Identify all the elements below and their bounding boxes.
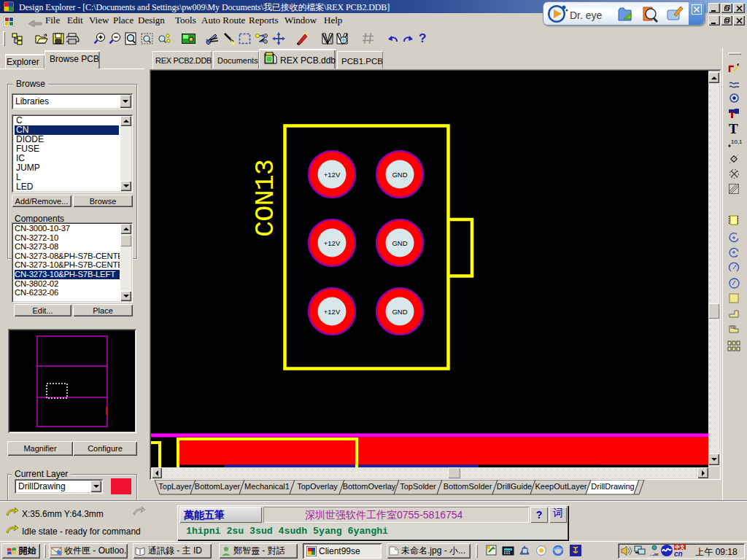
- svg-text:cn: cn: [674, 550, 683, 557]
- svg-text:GND: GND: [392, 239, 407, 247]
- svg-text:CON13: CON13: [250, 160, 281, 237]
- svg-text:DrillDrawing: DrillDrawing: [591, 482, 634, 491]
- svg-text:TopOverlay: TopOverlay: [297, 482, 338, 491]
- svg-text:Mechanical1: Mechanical1: [244, 482, 290, 491]
- svg-text:GND: GND: [392, 308, 407, 316]
- svg-text:GND: GND: [392, 171, 407, 179]
- svg-text:中文: 中文: [675, 544, 685, 550]
- svg-text:10,10: 10,10: [731, 139, 742, 145]
- svg-text:BottomSolder: BottomSolder: [444, 482, 492, 491]
- svg-text:KeepOutLayer: KeepOutLayer: [535, 482, 587, 491]
- svg-text:+12V: +12V: [324, 171, 341, 179]
- svg-text:DrillGuide: DrillGuide: [497, 482, 532, 491]
- svg-text:+12V: +12V: [324, 239, 341, 247]
- svg-text:BottomLayer: BottomLayer: [195, 482, 241, 491]
- svg-text:TopSolder: TopSolder: [400, 482, 436, 491]
- svg-text:+12V: +12V: [324, 308, 341, 316]
- svg-text:TopLayer: TopLayer: [158, 482, 192, 491]
- svg-text:BottomOverlay: BottomOverlay: [343, 482, 396, 491]
